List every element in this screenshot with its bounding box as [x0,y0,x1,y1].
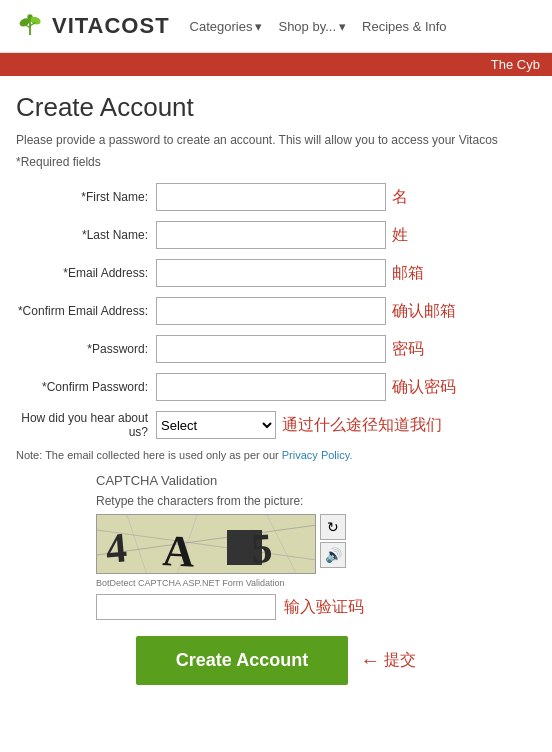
chevron-down-icon: ▾ [255,19,262,34]
last-name-input[interactable] [156,221,386,249]
last-name-annotation: 姓 [392,225,408,246]
required-note: *Required fields [16,155,536,169]
last-name-label: *Last Name: [16,228,156,242]
confirm-password-label: *Confirm Password: [16,380,156,394]
how-did-you-hear-row: How did you hear about us? Select Search… [16,411,536,439]
captcha-audio-button[interactable]: 🔊 [320,542,346,568]
privacy-note: Note: The email collected here is used o… [16,449,536,461]
captcha-input[interactable] [96,594,276,620]
submit-annotation-text: 提交 [384,650,416,671]
email-row: *Email Address: 邮箱 [16,259,536,287]
submit-annotation: ← 提交 [360,649,416,672]
captcha-section: CAPTCHA Validation Retype the characters… [96,473,536,620]
main-content: Create Account Please provide a password… [0,76,552,721]
captcha-title: CAPTCHA Validation [96,473,536,488]
create-account-button[interactable]: Create Account [136,636,348,685]
captcha-svg: 4 A 5 [97,515,316,574]
captcha-image-area: 4 A 5 ↻ 🔊 [96,514,536,574]
nav-bar: Categories ▾ Shop by... ▾ Recipes & Info [190,19,447,34]
how-did-you-hear-annotation: 通过什么途径知道我们 [282,415,442,436]
confirm-email-row: *Confirm Email Address: 确认邮箱 [16,297,536,325]
captcha-brand-label: BotDetect CAPTCHA ASP.NET Form Validatio… [96,578,316,588]
email-annotation: 邮箱 [392,263,424,284]
vitacost-logo-icon [12,8,48,44]
first-name-input[interactable] [156,183,386,211]
nav-recipes[interactable]: Recipes & Info [362,19,447,34]
submit-area: Create Account ← 提交 [16,636,536,705]
note-text-before: Note: The email collected here is used o… [16,449,282,461]
captcha-controls: ↻ 🔊 [320,514,346,568]
confirm-email-label: *Confirm Email Address: [16,304,156,318]
how-did-you-hear-select[interactable]: Select Search Engine Social Media Friend… [156,411,276,439]
email-input[interactable] [156,259,386,287]
password-row: *Password: 密码 [16,335,536,363]
email-label: *Email Address: [16,266,156,280]
confirm-email-input[interactable] [156,297,386,325]
nav-shopby[interactable]: Shop by... ▾ [278,19,346,34]
svg-text:5: 5 [250,525,273,572]
registration-form: *First Name: 名 *Last Name: 姓 *Email Addr… [16,183,536,439]
logo-area[interactable]: VITACOST [12,8,170,44]
chevron-down-icon: ▾ [339,19,346,34]
password-annotation: 密码 [392,339,424,360]
svg-text:4: 4 [104,524,129,572]
captcha-subtitle: Retype the characters from the picture: [96,494,536,508]
last-name-row: *Last Name: 姓 [16,221,536,249]
page-subtitle: Please provide a password to create an a… [16,133,536,147]
password-label: *Password: [16,342,156,356]
promo-banner: The Cyb [0,53,552,76]
confirm-password-input[interactable] [156,373,386,401]
svg-text:A: A [161,526,196,574]
confirm-email-annotation: 确认邮箱 [392,301,456,322]
logo-text: VITACOST [52,13,170,39]
first-name-annotation: 名 [392,187,408,208]
how-did-you-hear-label: How did you hear about us? [16,411,156,439]
confirm-password-row: *Confirm Password: 确认密码 [16,373,536,401]
arrow-left-icon: ← [360,649,380,672]
password-input[interactable] [156,335,386,363]
privacy-policy-link[interactable]: Privacy Policy. [282,449,353,461]
captcha-image: 4 A 5 [96,514,316,574]
captcha-input-annotation: 输入验证码 [284,597,364,618]
captcha-input-row: 输入验证码 [96,594,536,620]
first-name-label: *First Name: [16,190,156,204]
captcha-refresh-button[interactable]: ↻ [320,514,346,540]
page-title: Create Account [16,92,536,123]
confirm-password-annotation: 确认密码 [392,377,456,398]
header: VITACOST Categories ▾ Shop by... ▾ Recip… [0,0,552,53]
nav-categories[interactable]: Categories ▾ [190,19,263,34]
first-name-row: *First Name: 名 [16,183,536,211]
